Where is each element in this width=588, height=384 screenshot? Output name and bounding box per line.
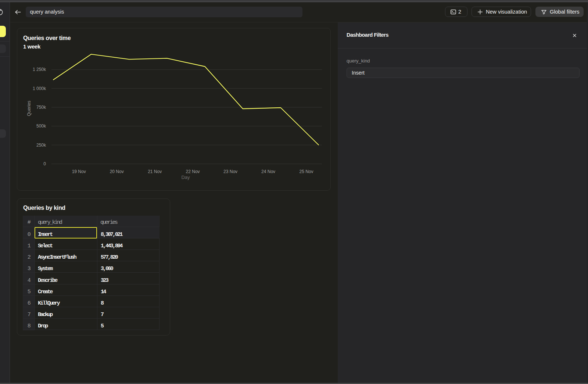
- svg-text:24 Nov: 24 Nov: [261, 169, 275, 174]
- svg-text:22 Nov: 22 Nov: [186, 169, 200, 174]
- svg-text:Queries: Queries: [26, 101, 32, 116]
- svg-text:0: 0: [43, 161, 46, 166]
- svg-text:20 Nov: 20 Nov: [110, 169, 124, 174]
- svg-text:500k: 500k: [36, 123, 46, 129]
- svg-text:250k: 250k: [36, 143, 46, 148]
- svg-text:19 Nov: 19 Nov: [72, 169, 86, 174]
- svg-text:21 Nov: 21 Nov: [148, 169, 162, 174]
- svg-text:Day: Day: [181, 175, 190, 180]
- svg-text:1 000k: 1 000k: [33, 86, 46, 91]
- svg-text:23 Nov: 23 Nov: [223, 169, 237, 174]
- svg-text:1 250k: 1 250k: [33, 67, 46, 72]
- svg-text:25 Nov: 25 Nov: [299, 169, 313, 174]
- svg-text:750k: 750k: [36, 105, 46, 110]
